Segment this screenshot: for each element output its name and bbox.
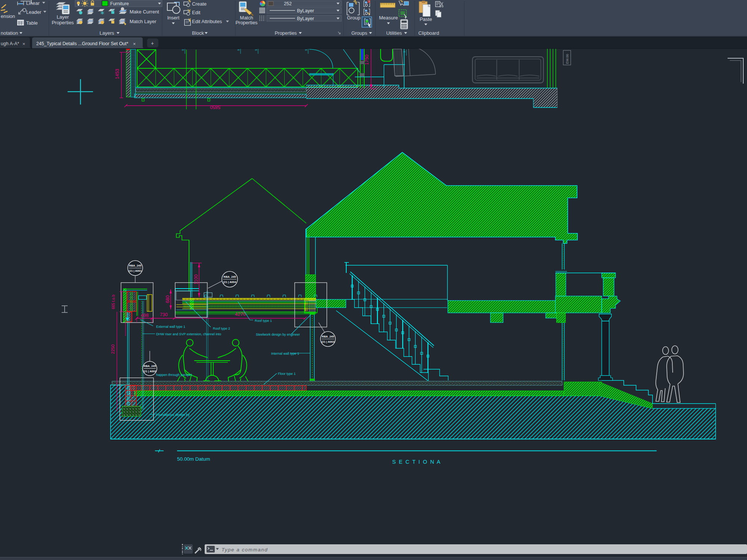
svg-text:ension: ension [1, 13, 15, 19]
svg-text:Match Layer: Match Layer [130, 19, 156, 24]
svg-text:Properties: Properties [235, 20, 258, 25]
svg-text:S: S [237, 49, 240, 51]
svg-text:Properties: Properties [275, 30, 297, 36]
svg-text:665 t.o.b: 665 t.o.b [111, 295, 115, 309]
svg-text:Roof type 1: Roof type 1 [255, 319, 272, 323]
svg-text:External wall type 1: External wall type 1 [156, 325, 185, 329]
svg-text:S: S [403, 51, 406, 53]
svg-text:S: S [182, 49, 184, 51]
svg-text:Steelwork design by engineer: Steelwork design by engineer [256, 333, 300, 336]
svg-text:245_Typical Details ...Ground: 245_Typical Details ...Ground Floor Set … [36, 41, 128, 46]
svg-text:Leader: Leader [26, 9, 41, 15]
svg-text:Clipboard: Clipboard [418, 30, 439, 36]
svg-text:4270: 4270 [235, 311, 246, 317]
svg-text:Linear: Linear [26, 0, 40, 6]
svg-text:50.00m Datum: 50.00m Datum [177, 456, 210, 462]
svg-text:Utilities: Utilities [386, 30, 402, 36]
svg-text:730: 730 [160, 312, 168, 317]
svg-text:(21 | A003: (21 | A003 [322, 340, 335, 343]
svg-text:Layer: Layer [57, 14, 69, 20]
svg-text:680: 680 [165, 295, 170, 303]
svg-text:S E C T I O N A: S E C T I O N A [392, 459, 441, 465]
svg-text:RBA_245: RBA_245 [144, 364, 156, 368]
svg-text:+: + [151, 40, 154, 46]
svg-text:Group: Group [347, 15, 360, 21]
svg-text:(21 | A002: (21 | A002 [143, 370, 156, 373]
svg-text:Make Current: Make Current [130, 9, 159, 15]
svg-text:DHW riser and SVP extension, c: DHW riser and SVP extension, channel int… [156, 332, 221, 336]
svg-text:1100: 1100 [193, 274, 199, 284]
svg-text:S: S [305, 49, 307, 51]
svg-text:1453: 1453 [115, 69, 120, 79]
svg-text:Table: Table [26, 20, 38, 26]
svg-text:Furniture: Furniture [110, 1, 129, 6]
svg-text:ByLayer: ByLayer [297, 8, 314, 13]
svg-text:RBA_245: RBA_245 [322, 335, 334, 338]
svg-text:Block: Block [192, 30, 204, 36]
svg-text:Create: Create [192, 1, 207, 7]
svg-text:EW.00: EW.00 [565, 54, 569, 64]
svg-text:notation: notation [1, 30, 18, 36]
svg-text:Foundations design by: Foundations design by [156, 413, 190, 417]
svg-text:Internal wall type 1: Internal wall type 1 [271, 352, 299, 355]
svg-text:(21 | A004: (21 | A004 [223, 280, 237, 284]
svg-text:498: 498 [141, 313, 149, 318]
svg-text:252: 252 [284, 1, 292, 6]
svg-text:ugh A-A*: ugh A-A* [1, 41, 19, 46]
svg-text:Groups: Groups [351, 30, 368, 36]
svg-text:Insert: Insert [167, 15, 180, 21]
svg-text:Properties: Properties [52, 20, 74, 25]
svg-text:2250: 2250 [111, 344, 115, 354]
svg-text:5850: 5850 [210, 105, 220, 110]
svg-text:Edit Attributes: Edit Attributes [192, 19, 222, 24]
svg-text:1750: 1750 [364, 55, 369, 65]
svg-text:ByLayer: ByLayer [297, 16, 314, 21]
svg-text:Layers: Layers [99, 30, 114, 36]
svg-text:(21 | A001: (21 | A001 [129, 269, 142, 273]
svg-text:Measure: Measure [379, 15, 398, 21]
svg-text:S: S [255, 49, 257, 51]
svg-text:Paste: Paste [419, 16, 432, 22]
svg-text:RBA_245: RBA_245 [224, 275, 236, 279]
svg-text:happen through parapet: happen through parapet [156, 373, 192, 377]
svg-text:Floor type 1: Floor type 1 [278, 372, 296, 376]
svg-text:×: × [133, 41, 136, 47]
svg-text:Edit: Edit [192, 10, 201, 15]
svg-text:RBA_245: RBA_245 [129, 264, 142, 267]
svg-text:×: × [22, 41, 25, 47]
svg-text:Roof type 2: Roof type 2 [213, 327, 230, 330]
svg-text:Type a command: Type a command [221, 547, 268, 553]
